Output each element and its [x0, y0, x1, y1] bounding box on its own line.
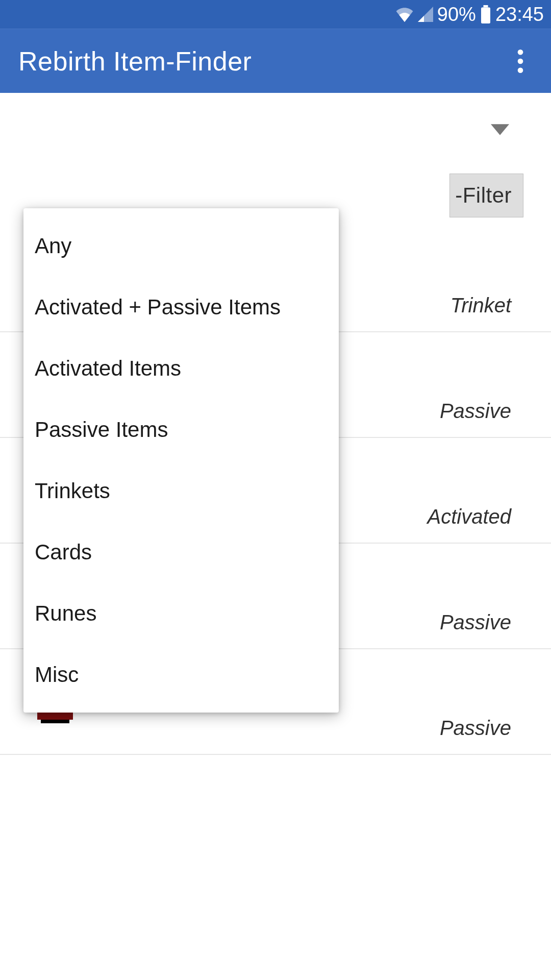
app-bar: Rebirth Item-Finder: [0, 29, 551, 93]
svg-rect-25: [37, 713, 73, 720]
dropdown-option-activated-passive[interactable]: Activated + Passive Items: [23, 277, 339, 338]
battery-icon: [480, 5, 491, 23]
spinner-caret[interactable]: [491, 124, 509, 138]
dropdown-option-cards[interactable]: Cards: [23, 522, 339, 583]
svg-point-2: [518, 50, 523, 55]
svg-point-4: [518, 67, 523, 73]
svg-rect-24: [41, 720, 69, 723]
svg-point-3: [518, 58, 523, 64]
dropdown-option-activated[interactable]: Activated Items: [23, 338, 339, 399]
signal-icon: [418, 7, 433, 22]
svg-rect-0: [483, 5, 488, 8]
more-vert-icon: [517, 50, 523, 73]
dropdown-option-passive[interactable]: Passive Items: [23, 399, 339, 460]
dropdown-option-trinkets[interactable]: Trinkets: [23, 460, 339, 522]
dropdown-option-any[interactable]: Any: [23, 215, 339, 277]
filter-button[interactable]: -Filter: [449, 174, 523, 217]
battery-percent: 90%: [437, 4, 476, 26]
status-bar: 90% 23:45: [0, 0, 551, 29]
clock: 23:45: [495, 4, 544, 26]
type-filter-dropdown: Any Activated + Passive Items Activated …: [23, 208, 339, 713]
item-type: Passive: [440, 611, 511, 634]
wifi-icon: [395, 7, 414, 22]
chevron-down-icon: [491, 124, 509, 136]
dropdown-option-misc[interactable]: Misc: [23, 644, 339, 705]
item-type: Trinket: [450, 294, 511, 317]
overflow-menu-button[interactable]: [508, 49, 533, 74]
item-type: Passive: [440, 400, 511, 423]
svg-rect-1: [481, 8, 490, 24]
item-type: Passive: [440, 717, 511, 740]
dropdown-option-runes[interactable]: Runes: [23, 583, 339, 644]
app-title: Rebirth Item-Finder: [18, 46, 252, 77]
item-type: Activated: [427, 505, 511, 528]
